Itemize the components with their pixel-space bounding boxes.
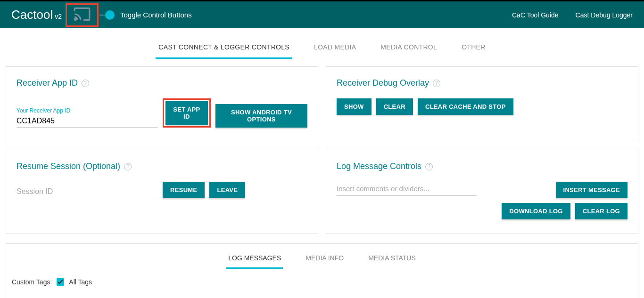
bottom-tabs: LOG MESSAGES MEDIA INFO MEDIA STATUS [6,244,638,269]
card-title-text: Log Message Controls [337,161,421,171]
clear-log-button[interactable]: CLEAR LOG [575,203,627,219]
tab-media-control[interactable]: MEDIA CONTROL [378,40,440,59]
link-cac-tool-guide[interactable]: CaC Tool Guide [512,11,559,19]
clear-button[interactable]: CLEAR [376,98,413,115]
app-id-label: Your Receiver App ID [17,107,158,114]
card-title: Log Message Controls ? [337,161,627,171]
leave-button[interactable]: LEAVE [209,182,245,198]
all-tags-label: All Tags [69,278,92,286]
main-tabs: CAST CONNECT & LOGGER CONTROLS LOAD MEDI… [0,28,644,59]
set-app-id-highlight: SET APP ID [163,98,211,128]
set-app-id-button[interactable]: SET APP ID [165,101,208,125]
tab-media-status[interactable]: MEDIA STATUS [366,251,418,269]
help-icon[interactable]: ? [425,163,433,170]
brand-name: Cactool [11,8,53,22]
card-debug-overlay: Receiver Debug Overlay ? SHOW CLEAR CLEA… [326,66,638,142]
card-title-text: Receiver App ID [17,78,78,88]
tab-other[interactable]: OTHER [459,40,488,59]
card-receiver-app-id: Receiver App ID ? Your Receiver App ID S… [6,66,318,142]
bottom-panel: LOG MESSAGES MEDIA INFO MEDIA STATUS Cus… [6,243,638,298]
card-resume-session: Resume Session (Optional) ? RESUME LEAVE [6,150,318,234]
resume-button[interactable]: RESUME [163,182,205,198]
cast-icon[interactable] [71,5,93,25]
app-id-input[interactable] [17,115,158,128]
help-icon[interactable]: ? [433,80,440,87]
session-id-input[interactable] [17,185,158,198]
tab-log-messages[interactable]: LOG MESSAGES [226,251,283,269]
cards-grid: Receiver App ID ? Your Receiver App ID S… [0,59,644,242]
link-cast-debug-logger[interactable]: Cast Debug Logger [576,11,633,19]
card-title-text: Receiver Debug Overlay [337,78,429,88]
toggle-switch[interactable] [105,10,115,20]
brand: Cactool v2 [11,8,62,22]
card-log-controls: Log Message Controls ? INSERT MESSAGE DO… [326,150,638,234]
custom-tags-row: Custom Tags: All Tags [6,269,638,298]
top-bar: Cactool v2 Toggle Control Buttons CaC To… [0,0,644,28]
brand-version: v2 [55,13,62,20]
show-button[interactable]: SHOW [337,98,372,115]
insert-message-button[interactable]: INSERT MESSAGE [556,182,628,198]
card-title: Receiver App ID ? [17,78,307,88]
clear-cache-stop-button[interactable]: CLEAR CACHE AND STOP [418,98,513,115]
help-icon[interactable]: ? [82,80,89,87]
help-icon[interactable]: ? [124,163,132,170]
tab-media-info[interactable]: MEDIA INFO [304,251,346,269]
card-title: Resume Session (Optional) ? [17,161,307,171]
all-tags-checkbox[interactable] [57,278,64,286]
toggle-label: Toggle Control Buttons [120,11,192,19]
card-title-text: Resume Session (Optional) [17,161,120,171]
svg-point-0 [74,18,76,20]
download-log-button[interactable]: DOWNLOAD LOG [502,203,570,219]
tab-cast-connect[interactable]: CAST CONNECT & LOGGER CONTROLS [156,40,292,59]
cast-icon-highlight [66,3,99,27]
log-comment-input[interactable] [337,182,477,196]
show-android-tv-button[interactable]: SHOW ANDROID TV OPTIONS [215,104,307,128]
card-title: Receiver Debug Overlay ? [337,78,627,88]
custom-tags-label: Custom Tags: [12,278,52,286]
tab-load-media[interactable]: LOAD MEDIA [311,40,359,59]
